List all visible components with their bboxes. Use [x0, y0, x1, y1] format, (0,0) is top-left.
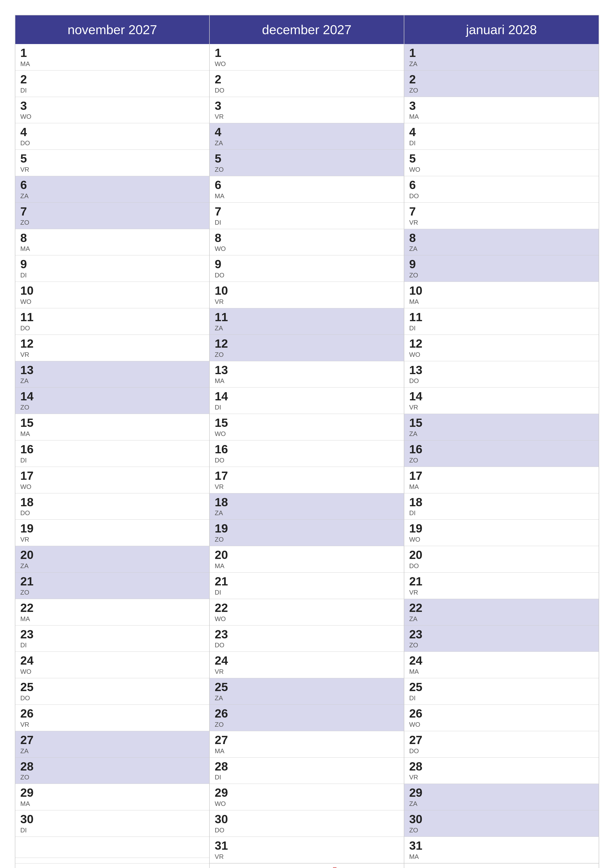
day-col-1: 1WO2DO3VR4ZA5ZO6MA7DI8WO9DO10VR11ZA12ZO1… — [210, 44, 404, 863]
day-abbr: ZA — [409, 615, 594, 623]
day-number: 11 — [215, 311, 399, 324]
day-cell-1-31: 31VR — [210, 837, 404, 863]
footer-row: CALENDAR — [16, 863, 598, 868]
day-cell-0-10: 10WO — [16, 282, 209, 308]
day-abbr: WO — [215, 430, 399, 438]
day-cell-1-20: 20MA — [210, 546, 404, 573]
day-abbr: VR — [20, 721, 204, 728]
day-abbr: VR — [20, 166, 204, 174]
day-cell-empty-0-30 — [16, 837, 209, 858]
day-abbr: WO — [20, 113, 204, 121]
day-abbr: DI — [20, 826, 204, 834]
day-number: 14 — [20, 390, 204, 403]
day-cell-1-6: 6MA — [210, 176, 404, 203]
day-cell-1-22: 22WO — [210, 599, 404, 626]
day-abbr: WO — [20, 483, 204, 491]
day-number: 30 — [215, 813, 399, 826]
day-abbr: DI — [215, 219, 399, 226]
day-cell-2-15: 15ZA — [404, 414, 598, 440]
day-number: 17 — [215, 470, 399, 482]
day-abbr: ZA — [20, 192, 204, 200]
day-abbr: ZA — [20, 562, 204, 570]
day-number: 20 — [409, 549, 594, 562]
month-header-december: december 2027 — [210, 16, 404, 44]
day-cell-2-22: 22ZA — [404, 599, 598, 626]
day-cell-0-7: 7ZO — [16, 203, 209, 229]
day-cell-2-17: 17MA — [404, 467, 598, 493]
day-cell-1-26: 26ZO — [210, 705, 404, 731]
day-abbr: DI — [409, 139, 594, 147]
day-abbr: DO — [215, 271, 399, 279]
day-abbr: MA — [20, 245, 204, 253]
day-abbr: WO — [215, 800, 399, 808]
day-cell-1-1: 1WO — [210, 44, 404, 71]
day-abbr: VR — [20, 536, 204, 543]
day-number: 30 — [409, 813, 594, 826]
day-abbr: WO — [215, 245, 399, 253]
day-number: 6 — [20, 179, 204, 192]
day-abbr: WO — [409, 721, 594, 728]
day-abbr: VR — [409, 403, 594, 411]
day-cell-1-10: 10VR — [210, 282, 404, 308]
day-abbr: ZO — [215, 351, 399, 358]
day-abbr: MA — [409, 298, 594, 305]
day-abbr: MA — [409, 668, 594, 676]
day-abbr: MA — [20, 615, 204, 623]
day-cell-1-7: 7DI — [210, 203, 404, 229]
day-cell-0-27: 27ZA — [16, 731, 209, 758]
day-cell-2-11: 11DI — [404, 308, 598, 335]
day-number: 13 — [20, 364, 204, 377]
day-cell-2-27: 27DO — [404, 731, 598, 758]
day-cell-2-5: 5WO — [404, 150, 598, 176]
day-number: 8 — [215, 232, 399, 245]
day-cell-1-25: 25ZA — [210, 678, 404, 705]
day-cell-1-14: 14DI — [210, 388, 404, 414]
day-number: 10 — [20, 284, 204, 298]
day-abbr: ZO — [409, 87, 594, 94]
day-number: 9 — [215, 258, 399, 271]
day-cell-0-18: 18DO — [16, 493, 209, 520]
day-cell-2-25: 25DI — [404, 678, 598, 705]
day-number: 10 — [215, 284, 399, 298]
day-number: 25 — [20, 681, 204, 694]
day-cell-0-29: 29MA — [16, 784, 209, 811]
day-cell-0-26: 26VR — [16, 705, 209, 731]
day-abbr: MA — [409, 853, 594, 860]
day-cell-0-22: 22MA — [16, 599, 209, 626]
day-number: 7 — [409, 205, 594, 218]
day-cell-0-21: 21ZO — [16, 573, 209, 599]
day-number: 25 — [215, 681, 399, 694]
day-abbr: ZA — [20, 377, 204, 385]
day-number: 5 — [215, 152, 399, 165]
day-cell-0-17: 17WO — [16, 467, 209, 493]
day-number: 27 — [409, 734, 594, 747]
day-abbr: ZO — [20, 219, 204, 226]
day-abbr: ZO — [409, 826, 594, 834]
day-cell-0-20: 20ZA — [16, 546, 209, 573]
day-number: 29 — [409, 786, 594, 800]
day-cell-2-24: 24MA — [404, 652, 598, 678]
day-cell-0-9: 9DI — [16, 255, 209, 282]
day-abbr: ZA — [215, 509, 399, 517]
day-number: 19 — [20, 522, 204, 535]
day-abbr: DO — [409, 562, 594, 570]
day-abbr: DO — [215, 457, 399, 464]
day-cell-2-9: 9ZO — [404, 255, 598, 282]
day-number: 18 — [409, 496, 594, 509]
day-cell-1-23: 23DO — [210, 626, 404, 652]
day-abbr: WO — [409, 536, 594, 543]
day-abbr: ZA — [215, 694, 399, 702]
day-number: 12 — [409, 337, 594, 350]
day-number: 26 — [215, 707, 399, 720]
day-abbr: VR — [215, 298, 399, 305]
day-cell-2-28: 28VR — [404, 758, 598, 784]
day-abbr: MA — [215, 377, 399, 385]
day-number: 16 — [409, 443, 594, 456]
day-cell-1-17: 17VR — [210, 467, 404, 493]
day-abbr: ZA — [409, 245, 594, 253]
day-abbr: DO — [20, 139, 204, 147]
day-number: 20 — [215, 549, 399, 562]
day-number: 7 — [215, 205, 399, 218]
day-cell-2-7: 7VR — [404, 203, 598, 229]
day-abbr: MA — [215, 562, 399, 570]
